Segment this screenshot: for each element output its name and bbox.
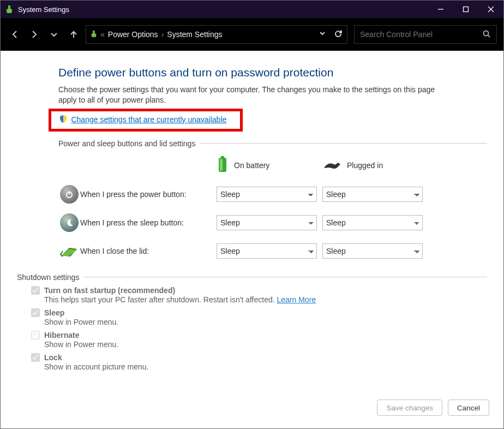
- page-subtext: Choose the power settings that you want …: [58, 85, 440, 105]
- close-button[interactable]: [478, 1, 503, 18]
- search-box[interactable]: Search Control Panel: [354, 25, 497, 44]
- breadcrumb-power-options[interactable]: Power Options: [108, 30, 158, 39]
- back-button[interactable]: [7, 27, 22, 42]
- lid-battery-select[interactable]: Sleep: [217, 243, 317, 259]
- highlighted-link-box: Change settings that are currently unava…: [49, 109, 243, 132]
- section2-title: Shutdown settings: [17, 273, 79, 282]
- fast-startup-checkbox[interactable]: [31, 286, 40, 295]
- row-sleep-button: When I press the sleep button: Sleep Sle…: [58, 208, 487, 237]
- col-plug-label: Plugged in: [347, 161, 383, 170]
- titlebar: System Settings: [1, 1, 503, 18]
- cancel-button[interactable]: Cancel: [448, 400, 489, 416]
- row1-label: When I press the sleep button:: [80, 218, 217, 227]
- save-changes-button[interactable]: Save changes: [377, 400, 442, 416]
- section1-title: Power and sleep buttons and lid settings: [58, 139, 195, 148]
- search-icon: [482, 29, 491, 40]
- sleep-button-battery-select[interactable]: Sleep: [217, 215, 317, 230]
- lid-plugged-select[interactable]: Sleep: [322, 243, 423, 259]
- chk-fast-startup: Turn on fast startup (recommended) This …: [31, 286, 487, 304]
- lock-checkbox[interactable]: [31, 353, 40, 362]
- refresh-icon[interactable]: [334, 29, 343, 40]
- page-heading: Define power buttons and turn on passwor…: [58, 66, 487, 79]
- content-area: Define power buttons and turn on passwor…: [1, 51, 503, 388]
- sleep-icon: [60, 213, 79, 232]
- svg-rect-1: [464, 7, 469, 12]
- forward-button[interactable]: [27, 27, 42, 42]
- lid-icon: [58, 243, 80, 259]
- col-battery-label: On battery: [234, 161, 269, 170]
- app-icon: [1, 5, 18, 14]
- row0-label: When I press the power button:: [80, 190, 217, 199]
- power-button-battery-select[interactable]: Sleep: [217, 187, 317, 202]
- section-power-buttons: Power and sleep buttons and lid settings: [58, 139, 487, 148]
- address-dropdown-icon[interactable]: [319, 29, 326, 40]
- shield-icon: [59, 115, 69, 126]
- sleep-checkbox[interactable]: [31, 308, 40, 317]
- breadcrumb-sep: ›: [161, 30, 164, 39]
- minimize-button[interactable]: [428, 1, 453, 18]
- column-headers: On battery Plugged in: [58, 156, 487, 176]
- power-icon: [60, 185, 79, 204]
- recent-button[interactable]: [46, 27, 62, 42]
- hibernate-checkbox[interactable]: [31, 331, 40, 339]
- breadcrumb-system-settings[interactable]: System Settings: [167, 30, 222, 39]
- footer: Save changes Cancel: [1, 388, 503, 427]
- battery-icon: [91, 29, 97, 40]
- plug-column-icon: [323, 159, 341, 172]
- section-shutdown: Shutdown settings: [17, 273, 487, 282]
- learn-more-link[interactable]: Learn More: [277, 295, 316, 304]
- sleep-button-plugged-select[interactable]: Sleep: [322, 215, 423, 230]
- svg-rect-7: [221, 156, 224, 158]
- battery-column-icon: [217, 156, 229, 176]
- svg-rect-8: [220, 159, 223, 171]
- search-placeholder: Search Control Panel: [360, 30, 433, 39]
- change-settings-link[interactable]: Change settings that are currently unava…: [71, 115, 226, 124]
- maximize-button[interactable]: [453, 1, 478, 18]
- breadcrumb-chevron: «: [100, 30, 105, 39]
- navbar: « Power Options › System Settings Search…: [1, 18, 503, 51]
- svg-line-5: [488, 35, 490, 37]
- row-power-button: When I press the power button: Sleep Sle…: [58, 180, 487, 208]
- chk-lock: Lock Show in account picture menu.: [31, 353, 487, 371]
- window-title: System Settings: [18, 5, 69, 14]
- svg-point-4: [484, 31, 489, 35]
- up-button[interactable]: [66, 27, 81, 42]
- address-bar[interactable]: « Power Options › System Settings: [86, 25, 347, 44]
- power-button-plugged-select[interactable]: Sleep: [322, 187, 423, 202]
- row2-label: When I close the lid:: [80, 247, 217, 255]
- chk-hibernate: Hibernate Show in Power menu.: [31, 331, 487, 349]
- chk-sleep: Sleep Show in Power menu.: [31, 308, 487, 326]
- row-lid: When I close the lid: Sleep Sleep: [58, 237, 487, 265]
